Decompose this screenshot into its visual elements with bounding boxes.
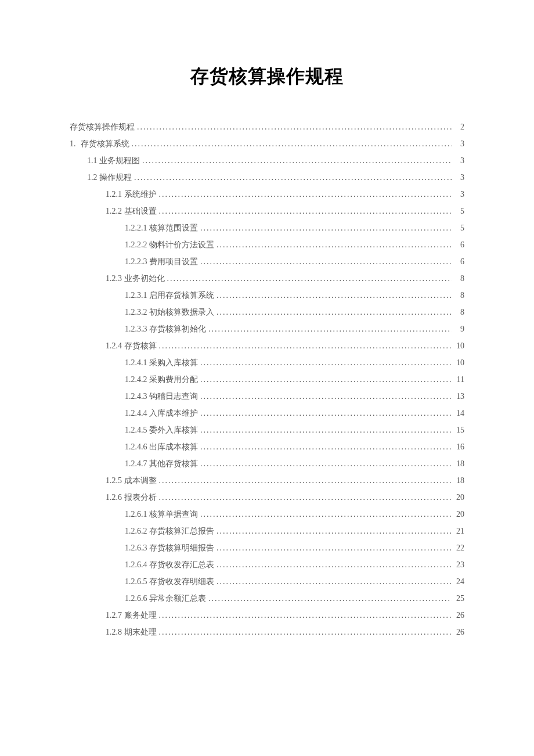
toc-entry-label: 1.2.6.5 存货收发存明细表 [125, 573, 214, 590]
toc-entry[interactable]: 1.2.6.1 核算单据查询20 [70, 506, 464, 523]
toc-entry[interactable]: 1.1 业务规程图3 [70, 152, 464, 169]
toc-entry[interactable]: 1.2.1 系统维护3 [70, 186, 464, 203]
toc-entry-page: 20 [454, 506, 464, 523]
toc-entry[interactable]: 1.2.4.2 采购费用分配11 [70, 371, 464, 388]
toc-entry[interactable]: 1.2.2.1 核算范围设置5 [70, 219, 464, 236]
toc-leader-dots [217, 573, 452, 590]
toc-entry-page: 26 [454, 607, 464, 624]
toc-entry[interactable]: 1.2.4.6 出库成本核算16 [70, 438, 464, 455]
toc-entry[interactable]: 1.2.6.3 存货核算明细报告22 [70, 539, 464, 556]
toc-entry[interactable]: 1.2.2 基础设置5 [70, 203, 464, 219]
toc-entry[interactable]: 1.2.5 成本调整18 [70, 472, 464, 489]
toc-leader-dots [217, 523, 452, 539]
toc-leader-dots [134, 169, 452, 186]
toc-leader-dots [137, 118, 452, 135]
toc-entry-label: 存货核算操作规程 [70, 118, 135, 135]
toc-entry-page: 6 [454, 253, 464, 270]
toc-leader-dots [167, 270, 452, 287]
toc-entry-page: 6 [454, 236, 464, 253]
toc-entry[interactable]: 1.2.3 业务初始化8 [70, 270, 464, 287]
toc-entry-label: 1.2.4.1 采购入库核算 [125, 354, 198, 371]
toc-entry-label: 1.1 业务规程图 [87, 152, 140, 169]
toc-entry[interactable]: 1.2.8 期末处理26 [70, 624, 464, 640]
toc-leader-dots [159, 337, 452, 354]
toc-leader-dots [217, 287, 452, 304]
toc-leader-dots [200, 371, 452, 388]
toc-entry-page: 15 [454, 422, 464, 438]
toc-leader-dots [132, 135, 452, 152]
toc-entry-label: 1.2.4 存货核算 [106, 337, 157, 354]
toc-entry-label: 1.2.4.6 出库成本核算 [125, 438, 198, 455]
toc-entry[interactable]: 1.2.4.5 委外入库核算15 [70, 422, 464, 438]
toc-entry-page: 20 [454, 489, 464, 506]
toc-entry-page: 21 [454, 523, 464, 539]
toc-entry[interactable]: 1.2.4 存货核算10 [70, 337, 464, 354]
toc-entry[interactable]: 1.2.4.3 钩稽日志查询13 [70, 388, 464, 405]
toc-leader-dots [200, 405, 452, 422]
toc-entry-page: 2 [454, 118, 464, 135]
toc-entry-label: 1.2.2 基础设置 [106, 203, 157, 219]
toc-entry[interactable]: 1.存货核算系统3 [70, 135, 464, 152]
toc-entry[interactable]: 1.2.6.4 存货收发存汇总表23 [70, 556, 464, 573]
toc-leader-dots [217, 236, 452, 253]
toc-entry-page: 13 [454, 388, 464, 405]
toc-leader-dots [159, 203, 452, 219]
toc-entry-page: 3 [454, 135, 464, 152]
toc-entry[interactable]: 1.2.3.2 初始核算数据录入8 [70, 304, 464, 321]
toc-entry-page: 3 [454, 186, 464, 203]
toc-leader-dots [200, 354, 452, 371]
toc-leader-dots [200, 219, 452, 236]
toc-entry-label: 1.2.2.3 费用项目设置 [125, 253, 198, 270]
toc-entry-label: 1.2.4.7 其他存货核算 [125, 455, 198, 472]
toc-entry-page: 3 [454, 152, 464, 169]
toc-entry[interactable]: 1.2.4.1 采购入库核算10 [70, 354, 464, 371]
toc-entry-page: 5 [454, 219, 464, 236]
toc-leader-dots [200, 388, 452, 405]
toc-entry[interactable]: 1.2.6 报表分析20 [70, 489, 464, 506]
toc-entry-page: 10 [454, 354, 464, 371]
toc-entry-label: 1.2.8 期末处理 [106, 624, 157, 640]
toc-entry[interactable]: 1.2.3.1 启用存货核算系统8 [70, 287, 464, 304]
toc-entry-label: 1.2.2.1 核算范围设置 [125, 219, 198, 236]
toc-entry-label: 1.2.3.1 启用存货核算系统 [125, 287, 214, 304]
toc-entry-label: 1.2.6.1 核算单据查询 [125, 506, 198, 523]
toc-entry-label: 1.2.6.6 异常余额汇总表 [125, 590, 206, 607]
toc-entry-label: 1.2.4.4 入库成本维护 [125, 405, 198, 422]
toc-entry-number: 1. [70, 135, 76, 152]
toc-entry[interactable]: 1.2.4.4 入库成本维护14 [70, 405, 464, 422]
toc-leader-dots [217, 556, 452, 573]
toc-entry-label: 1.2.1 系统维护 [106, 186, 157, 203]
toc-entry-label: 1.2.3.2 初始核算数据录入 [125, 304, 214, 321]
toc-entry[interactable]: 1.2.2.2 物料计价方法设置6 [70, 236, 464, 253]
toc-entry[interactable]: 1.2.2.3 费用项目设置6 [70, 253, 464, 270]
toc-entry-label: 1.2.6.2 存货核算汇总报告 [125, 523, 214, 539]
toc-entry[interactable]: 1.2.6.2 存货核算汇总报告21 [70, 523, 464, 539]
toc-leader-dots [159, 186, 452, 203]
toc-entry-page: 5 [454, 203, 464, 219]
toc-entry-page: 22 [454, 539, 464, 556]
toc-entry-label: 1.2.4.5 委外入库核算 [125, 422, 198, 438]
toc-entry-label: 1.2.2.2 物料计价方法设置 [125, 236, 214, 253]
toc-entry-label: 1.2.4.2 采购费用分配 [125, 371, 198, 388]
toc-entry-page: 24 [454, 573, 464, 590]
toc-leader-dots [159, 607, 452, 624]
toc-entry[interactable]: 1.2.6.5 存货收发存明细表24 [70, 573, 464, 590]
toc-entry-page: 8 [454, 270, 464, 287]
toc-entry-label: 1.2 操作规程 [87, 169, 132, 186]
toc-entry-page: 8 [454, 287, 464, 304]
toc-entry[interactable]: 存货核算操作规程2 [70, 118, 464, 135]
toc-leader-dots [200, 506, 452, 523]
toc-leader-dots [208, 590, 452, 607]
toc-entry[interactable]: 1.2 操作规程3 [70, 169, 464, 186]
toc-entry[interactable]: 1.2.4.7 其他存货核算18 [70, 455, 464, 472]
toc-entry[interactable]: 1.2.7 账务处理26 [70, 607, 464, 624]
toc-entry-page: 3 [454, 169, 464, 186]
toc-leader-dots [159, 472, 452, 489]
toc-leader-dots [217, 304, 452, 321]
toc-leader-dots [200, 422, 452, 438]
toc-entry-label: 1.2.7 账务处理 [106, 607, 157, 624]
toc-entry-page: 10 [454, 337, 464, 354]
toc-entry[interactable]: 1.2.3.3 存货核算初始化9 [70, 321, 464, 337]
toc-entry-label: 1.2.5 成本调整 [106, 472, 157, 489]
toc-entry[interactable]: 1.2.6.6 异常余额汇总表25 [70, 590, 464, 607]
